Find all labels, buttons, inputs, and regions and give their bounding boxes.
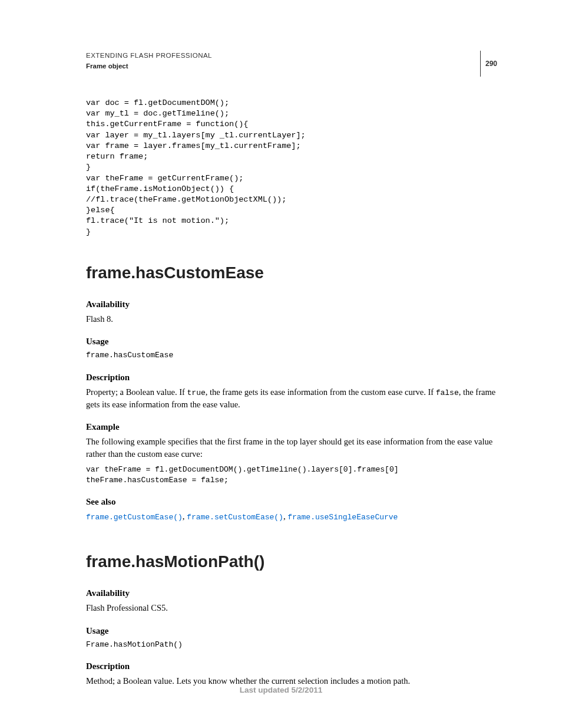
header-left-block: EXTENDING FLASH PROFESSIONAL Frame objec… (86, 51, 212, 71)
section-title-hascustomease: frame.hasCustomEase (86, 261, 497, 284)
section-title-hasmotionpath: frame.hasMotionPath() (86, 550, 497, 573)
link-setcustomease[interactable]: frame.setCustomEase() (187, 513, 283, 522)
description-code-false: false (436, 388, 459, 397)
page-number-rule (480, 51, 481, 77)
example-code: var theFrame = fl.getDocumentDOM().getTi… (86, 465, 497, 485)
page-header: EXTENDING FLASH PROFESSIONAL Frame objec… (86, 51, 497, 77)
see-also-sep-1: , (183, 512, 187, 521)
description-code-true: true (187, 388, 206, 397)
see-also-heading: See also (86, 496, 497, 508)
usage-code-2: Frame.hasMotionPath() (86, 640, 497, 650)
page-footer: Last updated 5/2/2011 (0, 685, 562, 696)
availability-heading-2: Availability (86, 587, 497, 599)
availability-text-2: Flash Professional CS5. (86, 602, 497, 614)
description-mid: , the frame gets its ease information fr… (206, 387, 436, 397)
see-also-links: frame.getCustomEase(), frame.setCustomEa… (86, 510, 497, 523)
description-heading-2: Description (86, 660, 497, 673)
page-number-block: 290 (480, 51, 497, 77)
page-content: EXTENDING FLASH PROFESSIONAL Frame objec… (0, 0, 562, 687)
usage-code: frame.hasCustomEase (86, 350, 497, 361)
example-heading: Example (86, 421, 497, 433)
link-usesingleeasecurve[interactable]: frame.useSingleEaseCurve (287, 513, 398, 522)
availability-heading: Availability (86, 298, 497, 311)
running-head-title: EXTENDING FLASH PROFESSIONAL (86, 51, 212, 60)
code-block-top: var doc = fl.getDocumentDOM(); var my_tl… (86, 98, 497, 238)
usage-heading-2: Usage (86, 625, 497, 637)
description-text: Property; a Boolean value. If true, the … (86, 386, 497, 410)
description-heading: Description (86, 371, 497, 384)
usage-heading: Usage (86, 335, 497, 348)
running-head-subtitle: Frame object (86, 61, 212, 71)
page-number: 290 (485, 59, 497, 69)
description-pre: Property; a Boolean value. If (86, 387, 187, 397)
link-getcustomease[interactable]: frame.getCustomEase() (86, 513, 183, 522)
example-text: The following example specifies that the… (86, 436, 497, 460)
availability-text: Flash 8. (86, 313, 497, 325)
